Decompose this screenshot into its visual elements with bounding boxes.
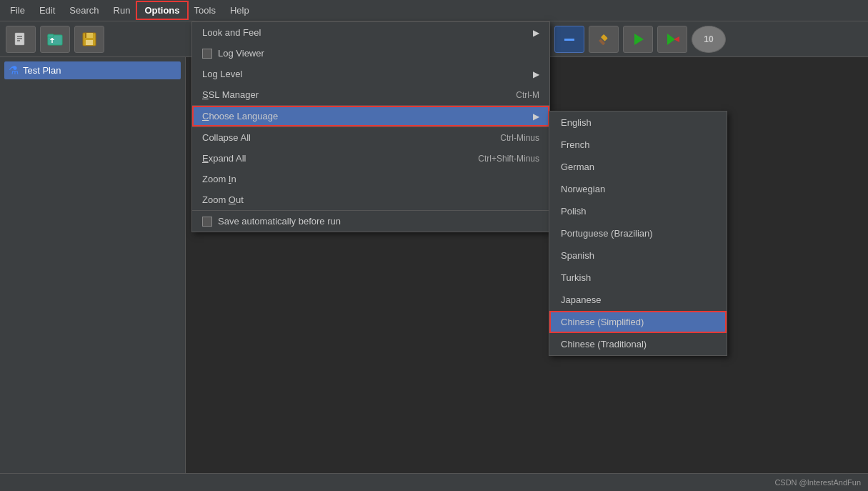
- menu-search[interactable]: Search: [62, 2, 106, 19]
- expand-all-label: Expand All: [202, 153, 246, 164]
- open-button[interactable]: [40, 26, 70, 53]
- menu-zoom-in[interactable]: Zoom In: [192, 169, 549, 189]
- choose-language-arrow: ▶: [533, 111, 539, 121]
- options-dropdown: Look and Feel ▶ Log Viewer Log Level ▶ S…: [191, 21, 550, 232]
- menubar: File Edit Search Run Options Tools Help: [0, 0, 868, 21]
- right-toolbar: 10: [549, 21, 868, 57]
- menu-log-viewer[interactable]: Log Viewer: [192, 43, 549, 64]
- log-viewer-label: Log Viewer: [218, 48, 264, 59]
- menu-collapse-all[interactable]: Collapse All Ctrl-Minus: [192, 127, 549, 148]
- save-button[interactable]: [74, 26, 104, 53]
- menu-expand-all[interactable]: Expand All Ctrl+Shift-Minus: [192, 148, 549, 169]
- log-viewer-checkbox[interactable]: [202, 49, 212, 59]
- lang-german[interactable]: German: [549, 156, 727, 178]
- menu-log-level[interactable]: Log Level ▶: [192, 64, 549, 84]
- tree-panel: ⚗ Test Plan: [0, 57, 186, 473]
- test-plan-item[interactable]: ⚗ Test Plan: [4, 61, 181, 79]
- svg-marker-14: [634, 34, 644, 45]
- statusbar: CSDN @InterestAndFun: [0, 473, 868, 491]
- log-level-label: Log Level: [202, 69, 242, 79]
- menu-ssl-manager[interactable]: SSL Manager Ctrl-M: [192, 84, 549, 105]
- zoom-in-label: Zoom In: [202, 174, 236, 184]
- menu-save-auto[interactable]: Save automatically before run: [192, 211, 549, 232]
- menu-edit[interactable]: Edit: [32, 2, 62, 19]
- stop-button[interactable]: [554, 26, 584, 53]
- menu-help[interactable]: Help: [223, 2, 256, 19]
- ssl-manager-shortcut: Ctrl-M: [516, 90, 539, 100]
- zoom-out-label: Zoom Out: [202, 194, 244, 205]
- menu-zoom-out[interactable]: Zoom Out: [192, 189, 549, 210]
- menu-options[interactable]: Options: [137, 2, 186, 19]
- choose-language-label: Choose Language: [202, 111, 278, 121]
- look-and-feel-label: Look and Feel: [202, 27, 261, 38]
- lang-spanish[interactable]: Spanish: [549, 244, 727, 267]
- menu-tools[interactable]: Tools: [187, 2, 223, 19]
- lang-turkish[interactable]: Turkish: [549, 267, 727, 289]
- look-and-feel-arrow: ▶: [533, 28, 539, 38]
- lang-polish[interactable]: Polish: [549, 200, 727, 222]
- hammer-button[interactable]: [589, 26, 619, 53]
- new-button[interactable]: [6, 26, 36, 53]
- lang-pt-br[interactable]: Portuguese (Brazilian): [549, 222, 727, 244]
- collapse-all-shortcut: Ctrl-Minus: [500, 133, 539, 143]
- menu-file[interactable]: File: [3, 2, 32, 19]
- play-remote-button[interactable]: [657, 26, 687, 53]
- save-auto-checkbox[interactable]: [202, 217, 212, 227]
- svg-rect-11: [564, 39, 574, 41]
- lang-norwegian[interactable]: Norwegian: [549, 178, 727, 200]
- lang-french[interactable]: French: [549, 134, 727, 156]
- save-auto-label: Save automatically before run: [218, 216, 341, 227]
- flask-icon: ⚗: [9, 64, 19, 77]
- lang-japanese[interactable]: Japanese: [549, 289, 727, 311]
- expand-all-shortcut: Ctrl+Shift-Minus: [478, 154, 539, 164]
- count-button[interactable]: 10: [692, 26, 726, 53]
- svg-rect-5: [48, 34, 54, 37]
- log-level-arrow: ▶: [533, 69, 539, 79]
- ssl-manager-label: SSL Manager: [202, 89, 259, 100]
- menu-look-and-feel[interactable]: Look and Feel ▶: [192, 22, 549, 43]
- play-button[interactable]: [623, 26, 653, 53]
- lang-english[interactable]: English: [549, 111, 727, 134]
- language-submenu: English French German Norwegian Polish P…: [549, 111, 727, 356]
- menu-run[interactable]: Run: [106, 2, 138, 19]
- test-plan-label: Test Plan: [23, 65, 61, 76]
- svg-rect-8: [86, 33, 93, 38]
- menu-choose-language[interactable]: Choose Language ▶: [192, 106, 549, 127]
- statusbar-text: CSDN @InterestAndFun: [774, 478, 861, 487]
- lang-chinese-traditional[interactable]: Chinese (Traditional): [549, 333, 727, 355]
- collapse-all-label: Collapse All: [202, 132, 251, 143]
- svg-rect-9: [86, 40, 93, 45]
- lang-chinese-simplified[interactable]: Chinese (Simplified): [549, 311, 727, 333]
- svg-marker-16: [674, 36, 679, 42]
- svg-rect-10: [85, 33, 86, 38]
